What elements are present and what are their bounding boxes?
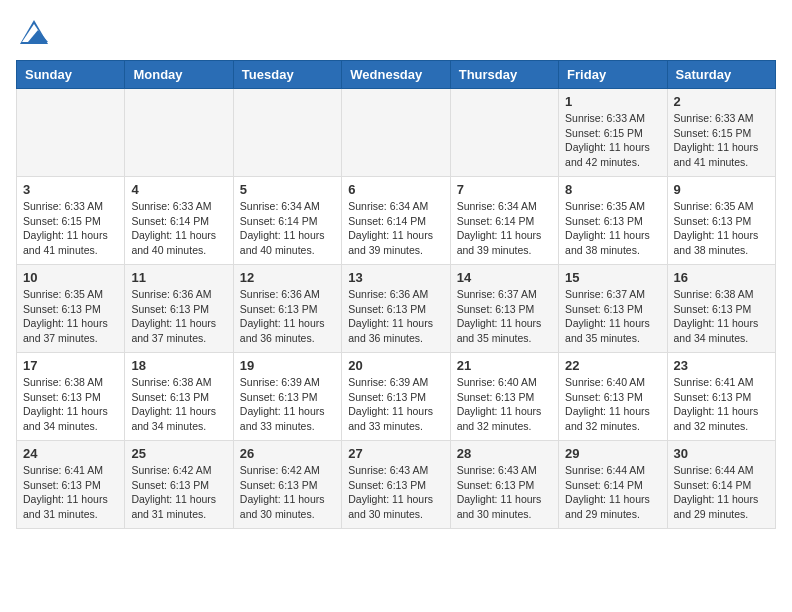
day-info: Sunrise: 6:40 AM Sunset: 6:13 PM Dayligh… <box>565 375 660 434</box>
calendar-cell: 16Sunrise: 6:38 AM Sunset: 6:13 PM Dayli… <box>667 265 775 353</box>
weekday-header-monday: Monday <box>125 61 233 89</box>
day-info: Sunrise: 6:39 AM Sunset: 6:13 PM Dayligh… <box>348 375 443 434</box>
day-info: Sunrise: 6:36 AM Sunset: 6:13 PM Dayligh… <box>348 287 443 346</box>
day-info: Sunrise: 6:35 AM Sunset: 6:13 PM Dayligh… <box>23 287 118 346</box>
calendar-cell: 20Sunrise: 6:39 AM Sunset: 6:13 PM Dayli… <box>342 353 450 441</box>
calendar-cell: 4Sunrise: 6:33 AM Sunset: 6:14 PM Daylig… <box>125 177 233 265</box>
day-number: 20 <box>348 358 443 373</box>
calendar-cell: 15Sunrise: 6:37 AM Sunset: 6:13 PM Dayli… <box>559 265 667 353</box>
weekday-header-thursday: Thursday <box>450 61 558 89</box>
calendar-cell: 21Sunrise: 6:40 AM Sunset: 6:13 PM Dayli… <box>450 353 558 441</box>
day-number: 16 <box>674 270 769 285</box>
day-info: Sunrise: 6:40 AM Sunset: 6:13 PM Dayligh… <box>457 375 552 434</box>
calendar-cell: 22Sunrise: 6:40 AM Sunset: 6:13 PM Dayli… <box>559 353 667 441</box>
calendar-week-row: 17Sunrise: 6:38 AM Sunset: 6:13 PM Dayli… <box>17 353 776 441</box>
day-number: 25 <box>131 446 226 461</box>
day-info: Sunrise: 6:33 AM Sunset: 6:15 PM Dayligh… <box>23 199 118 258</box>
day-info: Sunrise: 6:42 AM Sunset: 6:13 PM Dayligh… <box>240 463 335 522</box>
weekday-header-tuesday: Tuesday <box>233 61 341 89</box>
calendar-cell: 23Sunrise: 6:41 AM Sunset: 6:13 PM Dayli… <box>667 353 775 441</box>
day-number: 22 <box>565 358 660 373</box>
calendar-cell: 8Sunrise: 6:35 AM Sunset: 6:13 PM Daylig… <box>559 177 667 265</box>
day-number: 23 <box>674 358 769 373</box>
logo-icon <box>16 16 52 52</box>
day-number: 12 <box>240 270 335 285</box>
calendar-cell: 7Sunrise: 6:34 AM Sunset: 6:14 PM Daylig… <box>450 177 558 265</box>
day-info: Sunrise: 6:37 AM Sunset: 6:13 PM Dayligh… <box>457 287 552 346</box>
day-number: 1 <box>565 94 660 109</box>
calendar-cell: 25Sunrise: 6:42 AM Sunset: 6:13 PM Dayli… <box>125 441 233 529</box>
day-number: 29 <box>565 446 660 461</box>
calendar-cell: 28Sunrise: 6:43 AM Sunset: 6:13 PM Dayli… <box>450 441 558 529</box>
calendar-cell <box>233 89 341 177</box>
day-number: 10 <box>23 270 118 285</box>
day-info: Sunrise: 6:36 AM Sunset: 6:13 PM Dayligh… <box>131 287 226 346</box>
calendar-cell: 29Sunrise: 6:44 AM Sunset: 6:14 PM Dayli… <box>559 441 667 529</box>
day-number: 6 <box>348 182 443 197</box>
day-info: Sunrise: 6:39 AM Sunset: 6:13 PM Dayligh… <box>240 375 335 434</box>
day-number: 3 <box>23 182 118 197</box>
day-number: 28 <box>457 446 552 461</box>
calendar-cell: 3Sunrise: 6:33 AM Sunset: 6:15 PM Daylig… <box>17 177 125 265</box>
calendar-cell <box>17 89 125 177</box>
calendar-cell: 19Sunrise: 6:39 AM Sunset: 6:13 PM Dayli… <box>233 353 341 441</box>
calendar-cell: 5Sunrise: 6:34 AM Sunset: 6:14 PM Daylig… <box>233 177 341 265</box>
calendar-week-row: 24Sunrise: 6:41 AM Sunset: 6:13 PM Dayli… <box>17 441 776 529</box>
day-info: Sunrise: 6:33 AM Sunset: 6:15 PM Dayligh… <box>674 111 769 170</box>
calendar-cell: 30Sunrise: 6:44 AM Sunset: 6:14 PM Dayli… <box>667 441 775 529</box>
calendar-cell: 6Sunrise: 6:34 AM Sunset: 6:14 PM Daylig… <box>342 177 450 265</box>
day-number: 26 <box>240 446 335 461</box>
calendar-cell: 24Sunrise: 6:41 AM Sunset: 6:13 PM Dayli… <box>17 441 125 529</box>
calendar-cell: 13Sunrise: 6:36 AM Sunset: 6:13 PM Dayli… <box>342 265 450 353</box>
day-info: Sunrise: 6:44 AM Sunset: 6:14 PM Dayligh… <box>674 463 769 522</box>
calendar-cell: 12Sunrise: 6:36 AM Sunset: 6:13 PM Dayli… <box>233 265 341 353</box>
day-info: Sunrise: 6:42 AM Sunset: 6:13 PM Dayligh… <box>131 463 226 522</box>
calendar-cell: 9Sunrise: 6:35 AM Sunset: 6:13 PM Daylig… <box>667 177 775 265</box>
calendar-cell <box>450 89 558 177</box>
day-number: 8 <box>565 182 660 197</box>
calendar-table: SundayMondayTuesdayWednesdayThursdayFrid… <box>16 60 776 529</box>
page-header <box>16 16 776 52</box>
calendar-cell: 27Sunrise: 6:43 AM Sunset: 6:13 PM Dayli… <box>342 441 450 529</box>
day-info: Sunrise: 6:41 AM Sunset: 6:13 PM Dayligh… <box>674 375 769 434</box>
calendar-cell: 14Sunrise: 6:37 AM Sunset: 6:13 PM Dayli… <box>450 265 558 353</box>
calendar-cell: 1Sunrise: 6:33 AM Sunset: 6:15 PM Daylig… <box>559 89 667 177</box>
day-number: 24 <box>23 446 118 461</box>
day-info: Sunrise: 6:43 AM Sunset: 6:13 PM Dayligh… <box>457 463 552 522</box>
day-info: Sunrise: 6:36 AM Sunset: 6:13 PM Dayligh… <box>240 287 335 346</box>
calendar-cell: 26Sunrise: 6:42 AM Sunset: 6:13 PM Dayli… <box>233 441 341 529</box>
day-number: 17 <box>23 358 118 373</box>
calendar-cell: 18Sunrise: 6:38 AM Sunset: 6:13 PM Dayli… <box>125 353 233 441</box>
day-info: Sunrise: 6:34 AM Sunset: 6:14 PM Dayligh… <box>240 199 335 258</box>
calendar-cell: 10Sunrise: 6:35 AM Sunset: 6:13 PM Dayli… <box>17 265 125 353</box>
weekday-header-sunday: Sunday <box>17 61 125 89</box>
day-info: Sunrise: 6:33 AM Sunset: 6:15 PM Dayligh… <box>565 111 660 170</box>
weekday-header-wednesday: Wednesday <box>342 61 450 89</box>
calendar-cell <box>342 89 450 177</box>
calendar-cell: 2Sunrise: 6:33 AM Sunset: 6:15 PM Daylig… <box>667 89 775 177</box>
day-info: Sunrise: 6:41 AM Sunset: 6:13 PM Dayligh… <box>23 463 118 522</box>
day-info: Sunrise: 6:38 AM Sunset: 6:13 PM Dayligh… <box>674 287 769 346</box>
day-info: Sunrise: 6:35 AM Sunset: 6:13 PM Dayligh… <box>565 199 660 258</box>
weekday-header-row: SundayMondayTuesdayWednesdayThursdayFrid… <box>17 61 776 89</box>
calendar-week-row: 1Sunrise: 6:33 AM Sunset: 6:15 PM Daylig… <box>17 89 776 177</box>
day-number: 14 <box>457 270 552 285</box>
day-info: Sunrise: 6:34 AM Sunset: 6:14 PM Dayligh… <box>457 199 552 258</box>
day-info: Sunrise: 6:34 AM Sunset: 6:14 PM Dayligh… <box>348 199 443 258</box>
day-info: Sunrise: 6:38 AM Sunset: 6:13 PM Dayligh… <box>23 375 118 434</box>
day-number: 30 <box>674 446 769 461</box>
day-number: 13 <box>348 270 443 285</box>
logo <box>16 16 56 52</box>
weekday-header-friday: Friday <box>559 61 667 89</box>
day-number: 19 <box>240 358 335 373</box>
weekday-header-saturday: Saturday <box>667 61 775 89</box>
calendar-week-row: 10Sunrise: 6:35 AM Sunset: 6:13 PM Dayli… <box>17 265 776 353</box>
day-info: Sunrise: 6:43 AM Sunset: 6:13 PM Dayligh… <box>348 463 443 522</box>
day-number: 4 <box>131 182 226 197</box>
day-number: 11 <box>131 270 226 285</box>
day-number: 27 <box>348 446 443 461</box>
day-info: Sunrise: 6:35 AM Sunset: 6:13 PM Dayligh… <box>674 199 769 258</box>
day-number: 15 <box>565 270 660 285</box>
calendar-cell: 11Sunrise: 6:36 AM Sunset: 6:13 PM Dayli… <box>125 265 233 353</box>
day-info: Sunrise: 6:37 AM Sunset: 6:13 PM Dayligh… <box>565 287 660 346</box>
